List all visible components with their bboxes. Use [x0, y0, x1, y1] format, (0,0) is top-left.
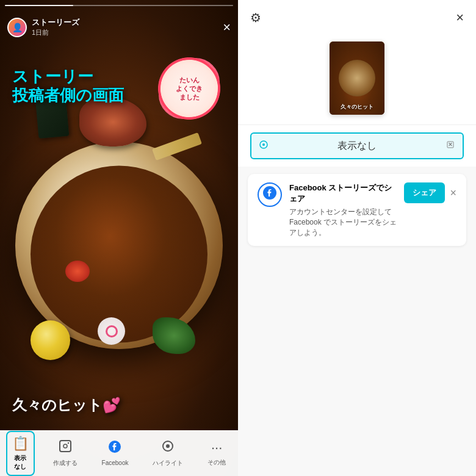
create-icon: [59, 439, 72, 456]
story-close-button[interactable]: ×: [223, 20, 231, 35]
avatar: 👤: [7, 18, 27, 37]
story-progress-fill: [5, 5, 73, 6]
thumb-inner: 久々のヒット: [330, 41, 384, 115]
facebook-icon: [262, 186, 277, 204]
narutomaki-topping: [98, 317, 125, 345]
tag-input-wrapper: [250, 132, 464, 159]
tag-input-section: [238, 124, 476, 167]
tag-input-icon: [251, 134, 276, 158]
svg-point-1: [63, 444, 67, 448]
facebook-text-area: Facebook ストーリーズでシェア アカウントセンターを設定してFacebo…: [289, 182, 397, 237]
facebook-dismiss-button[interactable]: ×: [450, 187, 456, 200]
settings-icon[interactable]: ⚙: [250, 10, 261, 25]
right-panel-header: ⚙ ×: [238, 0, 476, 35]
egg-topping: [31, 320, 70, 360]
sticker-text: たいんよくできました: [176, 76, 203, 102]
story-bottom-nav: 📋 表示なし 作成する Facebook: [0, 430, 238, 476]
facebook-share-description: アカウントセンターを設定してFacebook でストーリーズをシェアしよう。: [289, 207, 397, 237]
story-time: 1日前: [32, 28, 79, 37]
sticker-background: たいんよくできました: [159, 58, 220, 119]
more-icon: ···: [211, 440, 222, 456]
svg-rect-0: [60, 441, 71, 452]
facebook-action-area: シェア ×: [404, 182, 456, 203]
story-user-info: 👤 ストーリーズ 1日前: [7, 17, 79, 37]
story-panel: 👤 ストーリーズ 1日前 × ストーリー投稿者側の画面 たいんよくできました 久…: [0, 0, 238, 476]
story-text-overlay-2: 久々のヒット💕: [12, 395, 121, 415]
menma-topping: [152, 132, 202, 160]
nav-item-display[interactable]: 📋 表示なし: [6, 431, 35, 476]
nav-label-create: 作成する: [53, 459, 78, 467]
egg-yolk: [65, 261, 90, 282]
svg-point-5: [166, 444, 170, 448]
story-header: 👤 ストーリーズ 1日前 ×: [7, 7, 231, 37]
nav-item-more[interactable]: ··· その他: [201, 435, 232, 472]
nav-item-create[interactable]: 作成する: [47, 435, 84, 472]
bowl-outer: [15, 142, 223, 349]
story-progress-bar: [5, 5, 233, 6]
facebook-icon-circle: [258, 182, 282, 207]
right-close-button[interactable]: ×: [456, 10, 464, 26]
display-icon: 📋: [12, 436, 29, 452]
svg-point-7: [262, 143, 265, 146]
nav-label-highlight: ハイライト: [153, 459, 183, 467]
story-sticker: たいんよくできました: [159, 58, 220, 119]
broth: [31, 166, 207, 343]
narutomaki-spiral: [106, 325, 118, 337]
highlight-icon: [161, 439, 175, 456]
facebook-share-section: Facebook ストーリーズでシェア アカウントセンターを設定してFacebo…: [248, 174, 466, 246]
thumb-label: 久々のヒット: [330, 103, 384, 111]
nav-item-facebook[interactable]: Facebook: [96, 435, 135, 471]
story-thumbnail: 久々のヒット: [330, 41, 384, 115]
tag-input-field[interactable]: [276, 134, 438, 157]
facebook-share-title: Facebook ストーリーズでシェア: [289, 182, 397, 204]
greens-topping: [153, 317, 195, 354]
tag-delete-button[interactable]: [438, 134, 463, 158]
story-text-overlay-1: ストーリー投稿者側の画面: [12, 67, 124, 105]
nav-label-more: その他: [207, 458, 226, 467]
nav-label-facebook: Facebook: [102, 460, 129, 466]
nav-item-highlight[interactable]: ハイライト: [146, 435, 189, 472]
story-thumbnail-section: 久々のヒット: [238, 35, 476, 124]
facebook-share-button[interactable]: シェア: [404, 182, 445, 203]
thumb-bowl: [339, 60, 375, 96]
story-username: ストーリーズ: [32, 17, 79, 28]
nav-label-display: 表示なし: [14, 454, 26, 471]
story-user-details: ストーリーズ 1日前: [32, 17, 79, 37]
svg-point-2: [68, 442, 69, 443]
facebook-nav-icon: [108, 440, 121, 457]
right-panel: ⚙ × 久々のヒット: [238, 0, 476, 476]
